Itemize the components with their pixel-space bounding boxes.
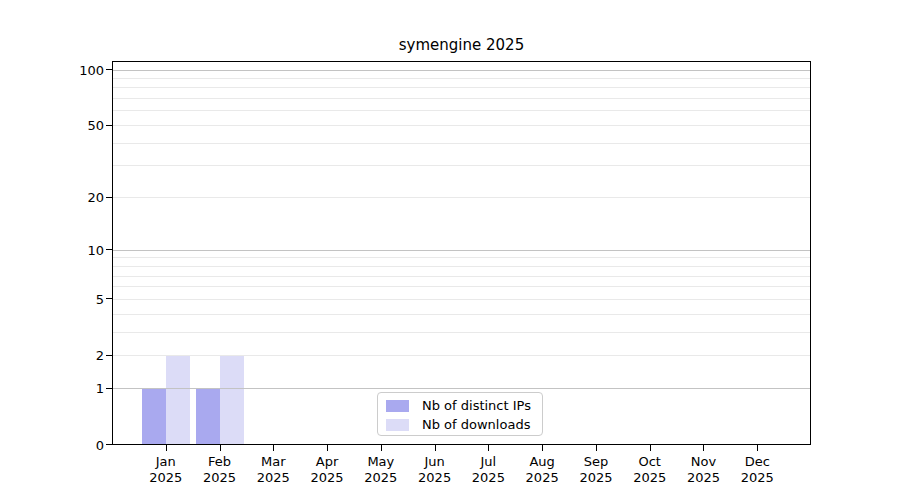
gridline-minor [113, 125, 810, 126]
x-tick-mark [542, 445, 543, 451]
y-tick-mark [106, 388, 112, 389]
gridline-minor [113, 332, 810, 333]
y-tick-label: 20 [24, 190, 104, 205]
legend: Nb of distinct IPsNb of downloads [377, 392, 543, 436]
gridline-minor [113, 286, 810, 287]
x-tick-mark [757, 445, 758, 451]
bar-distinct-ips-feb [196, 388, 220, 444]
y-tick-mark [106, 298, 112, 299]
x-tick-mark [273, 445, 274, 451]
gridline-minor [113, 314, 810, 315]
y-tick-label: 0 [24, 437, 104, 452]
legend-item: Nb of downloads [386, 415, 542, 434]
bar-distinct-ips-jan [142, 388, 166, 444]
y-tick-label: 2 [24, 348, 104, 363]
x-tick-mark [327, 445, 328, 451]
gridline-minor [113, 266, 810, 267]
y-tick-label: 10 [24, 242, 104, 257]
gridline-minor [113, 78, 810, 79]
x-tick-label-oct: Oct 2025 [633, 454, 666, 486]
x-tick-label-feb: Feb 2025 [203, 454, 236, 486]
x-tick-label-aug: Aug 2025 [526, 454, 559, 486]
x-tick-label-apr: Apr 2025 [311, 454, 344, 486]
x-tick-label-mar: Mar 2025 [257, 454, 290, 486]
gridline-minor [113, 276, 810, 277]
x-tick-label-may: May 2025 [364, 454, 397, 486]
x-tick-mark [166, 445, 167, 451]
gridline-minor [113, 87, 810, 88]
gridline-decade [113, 250, 810, 251]
y-tick-mark [106, 125, 112, 126]
x-tick-mark [488, 445, 489, 451]
chart-title: symengine 2025 [112, 36, 811, 54]
gridline-decade [113, 388, 810, 389]
y-tick-mark [106, 249, 112, 250]
y-tick-label: 5 [24, 291, 104, 306]
legend-label: Nb of downloads [422, 417, 530, 432]
x-tick-label-jul: Jul 2025 [472, 454, 505, 486]
legend-swatch-distinct-ips [386, 400, 409, 412]
y-tick-label: 1 [24, 381, 104, 396]
legend-swatch-downloads [386, 419, 409, 431]
x-tick-mark [381, 445, 382, 451]
x-tick-mark [596, 445, 597, 451]
gridline-minor [113, 110, 810, 111]
x-tick-label-nov: Nov 2025 [687, 454, 720, 486]
x-tick-mark [703, 445, 704, 451]
x-tick-label-sep: Sep 2025 [579, 454, 612, 486]
x-tick-mark [435, 445, 436, 451]
gridline-minor [113, 143, 810, 144]
x-tick-label-dec: Dec 2025 [741, 454, 774, 486]
x-tick-label-jan: Jan 2025 [149, 454, 182, 486]
y-tick-label: 100 [24, 62, 104, 77]
gridline-minor [113, 98, 810, 99]
y-tick-mark [106, 197, 112, 198]
gridline-decade [113, 70, 810, 71]
gridline-minor [113, 355, 810, 356]
gridline-minor [113, 197, 810, 198]
y-tick-mark [106, 69, 112, 70]
bar-downloads-feb [220, 355, 244, 444]
legend-item: Nb of distinct IPs [386, 396, 542, 415]
gridline-minor [113, 299, 810, 300]
x-tick-mark [650, 445, 651, 451]
legend-label: Nb of distinct IPs [422, 398, 531, 413]
y-tick-mark [106, 444, 112, 445]
x-tick-mark [220, 445, 221, 451]
x-tick-label-jun: Jun 2025 [418, 454, 451, 486]
gridline-minor [113, 165, 810, 166]
y-tick-mark [106, 355, 112, 356]
y-tick-label: 50 [24, 118, 104, 133]
gridline-minor [113, 257, 810, 258]
download-stats-chart: symengine 2025 Nb of distinct IPsNb of d… [0, 0, 900, 500]
bar-downloads-jan [166, 355, 190, 444]
